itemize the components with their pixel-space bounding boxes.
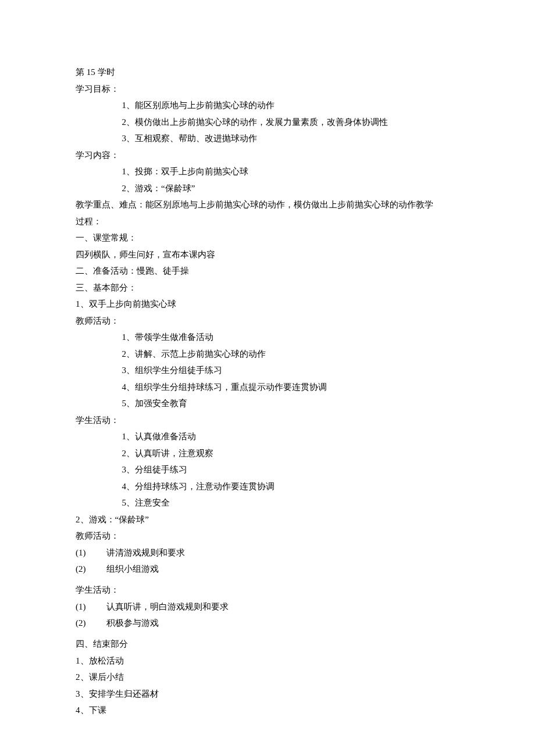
student-activity-item: (2) 积极参与游戏 xyxy=(76,615,459,632)
lesson-header: 第 15 学时 xyxy=(76,64,459,81)
goal-item: 2、模仿做出上步前抛实心球的动作，发展力量素质，改善身体协调性 xyxy=(76,114,459,131)
teacher-activity-label: 教师活动： xyxy=(76,528,459,544)
student-activity-label: 学生活动： xyxy=(76,412,459,429)
section-3-heading: 三、基本部分： xyxy=(76,280,459,296)
teacher-activity-item: (2) 组织小组游戏 xyxy=(76,561,459,578)
list-number: (2) xyxy=(76,615,106,632)
list-text: 积极参与游戏 xyxy=(106,615,460,632)
part-1-heading: 1、双手上步向前抛实心球 xyxy=(76,296,459,313)
keypoints-prefix: 教学重点、难点： xyxy=(76,200,145,209)
list-text: 组织小组游戏 xyxy=(106,561,460,578)
ending-item: 4、下课 xyxy=(76,702,459,719)
goal-item: 1、能区别原地与上步前抛实心球的动作 xyxy=(76,97,459,114)
section-1-heading: 一、课堂常规： xyxy=(76,230,459,246)
content-item: 2、游戏：“保龄球” xyxy=(76,180,459,197)
student-activity-item: 1、认真做准备活动 xyxy=(76,428,459,445)
teacher-activity-item: (1) 讲清游戏规则和要求 xyxy=(76,544,459,561)
teacher-activity-item: 2、讲解、示范上步前抛实心球的动作 xyxy=(76,346,459,363)
goal-item: 3、互相观察、帮助、改进抛球动作 xyxy=(76,130,459,147)
teacher-activity-item: 4、组织学生分组持球练习，重点提示动作要连贯协调 xyxy=(76,379,459,396)
student-activity-item: 4、分组持球练习，注意动作要连贯协调 xyxy=(76,478,459,495)
list-text: 认真听讲，明白游戏规则和要求 xyxy=(106,599,460,615)
list-number: (1) xyxy=(76,544,106,561)
keypoints-body: 能区别原地与上步前抛实心球的动作，模仿做出上步前抛实心球的动作教学 xyxy=(145,200,433,209)
ending-item: 1、放松活动 xyxy=(76,653,459,669)
content-label: 学习内容： xyxy=(76,147,459,164)
content-item: 1、投掷：双手上步向前抛实心球 xyxy=(76,163,459,180)
student-activity-item: (1) 认真听讲，明白游戏规则和要求 xyxy=(76,599,459,615)
teacher-activity-item: 5、加强安全教育 xyxy=(76,395,459,412)
teacher-activity-label: 教师活动： xyxy=(76,313,459,329)
student-activity-label: 学生活动： xyxy=(76,582,459,599)
student-activity-item: 2、认真听讲，注意观察 xyxy=(76,445,459,462)
part-2-heading: 2、游戏：“保龄球” xyxy=(76,511,459,528)
teacher-activity-item: 1、带领学生做准备活动 xyxy=(76,329,459,346)
ending-item: 3、安排学生归还器材 xyxy=(76,686,459,703)
section-2-heading: 二、准备活动：慢跑、徒手操 xyxy=(76,263,459,280)
list-text: 讲清游戏规则和要求 xyxy=(106,544,460,561)
student-activity-item: 3、分组徒手练习 xyxy=(76,461,459,478)
student-activity-item: 5、注意安全 xyxy=(76,495,459,511)
teacher-activity-item: 3、组织学生分组徒手练习 xyxy=(76,362,459,379)
process-label: 过程： xyxy=(76,213,459,230)
keypoints-line: 教学重点、难点：能区别原地与上步前抛实心球的动作，模仿做出上步前抛实心球的动作教… xyxy=(76,196,459,213)
ending-item: 2、课后小结 xyxy=(76,669,459,686)
list-number: (2) xyxy=(76,561,106,578)
list-number: (1) xyxy=(76,599,106,615)
goals-label: 学习目标： xyxy=(76,81,459,98)
section-1-body: 四列横队，师生问好，宣布本课内容 xyxy=(76,246,459,263)
section-4-heading: 四、结束部分 xyxy=(76,636,459,653)
